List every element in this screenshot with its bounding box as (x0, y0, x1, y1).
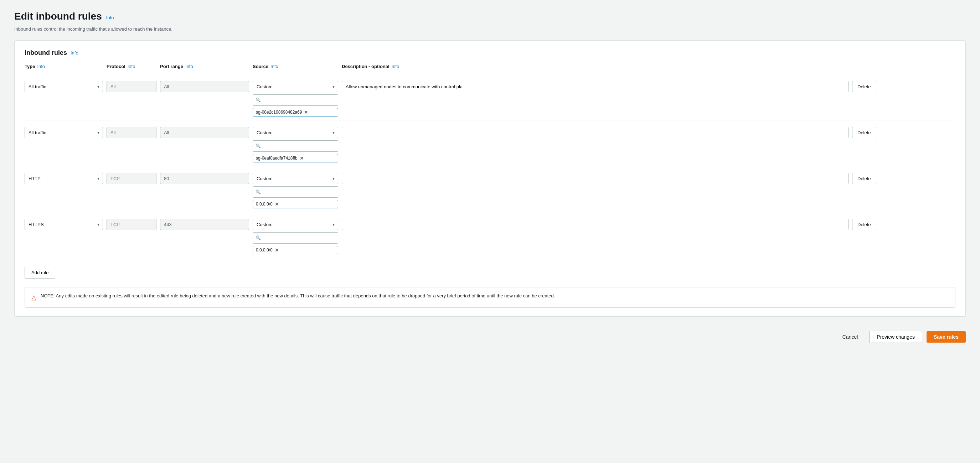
tag-pill-2-0: 0.0.0.0/0 ✕ (253, 200, 338, 208)
desc-info-link[interactable]: Info (391, 64, 399, 69)
port-range-cell-0: All (160, 81, 249, 92)
description-cell-3 (342, 219, 848, 230)
protocol-field-0: All (107, 81, 156, 92)
source-select-2[interactable]: CustomAnywhere-IPv4Anywhere-IPv6My IP (253, 173, 338, 184)
source-select-0[interactable]: CustomAnywhere-IPv4Anywhere-IPv6My IP (253, 81, 338, 92)
protocol-field-2: TCP (107, 173, 156, 184)
type-cell-1: All trafficAll TCPAll UDPAll ICMPCustom … (25, 127, 103, 138)
search-input-2[interactable] (253, 186, 338, 198)
warning-icon: △ (31, 293, 37, 302)
type-select-wrapper-0: All trafficAll TCPAll UDPAll ICMPCustom … (25, 81, 103, 92)
type-select-3[interactable]: All trafficAll TCPAll UDPAll ICMPCustom … (25, 219, 103, 230)
description-input-2[interactable] (342, 173, 848, 184)
source-cell-2: CustomAnywhere-IPv4Anywhere-IPv6My IP ▼ … (253, 173, 338, 208)
save-rules-button[interactable]: Save rules (926, 331, 966, 342)
type-cell-3: All trafficAll TCPAll UDPAll ICMPCustom … (25, 219, 103, 230)
tag-label-3-0: 0.0.0.0/0 (256, 247, 273, 252)
search-input-0[interactable] (253, 94, 338, 106)
search-input-3[interactable] (253, 232, 338, 244)
description-cell-0 (342, 81, 848, 92)
delete-cell-0: Delete (852, 81, 916, 92)
search-wrapper-3: 🔍 (253, 232, 338, 244)
rule-row-2: All trafficAll TCPAll UDPAll ICMPCustom … (25, 169, 955, 212)
port-range-cell-1: All (160, 127, 249, 138)
page-title: Edit inbound rules (14, 11, 102, 22)
port-range-cell-2: 80 (160, 173, 249, 184)
note-text: NOTE: Any edits made on existing rules w… (41, 292, 555, 300)
type-info-link[interactable]: Info (37, 64, 45, 69)
rule-row-0: All trafficAll TCPAll UDPAll ICMPCustom … (25, 77, 955, 121)
description-input-0[interactable] (342, 81, 848, 92)
port-range-info-link[interactable]: Info (185, 64, 193, 69)
source-cell-3: CustomAnywhere-IPv4Anywhere-IPv6My IP ▼ … (253, 219, 338, 254)
preview-changes-button[interactable]: Preview changes (869, 331, 922, 343)
protocol-cell-1: All (107, 127, 156, 138)
description-cell-1 (342, 127, 848, 138)
description-input-1[interactable] (342, 127, 848, 138)
tag-pill-3-0: 0.0.0.0/0 ✕ (253, 246, 338, 254)
delete-cell-1: Delete (852, 127, 916, 138)
rules-container: All trafficAll TCPAll UDPAll ICMPCustom … (25, 77, 955, 258)
source-select-1[interactable]: CustomAnywhere-IPv4Anywhere-IPv6My IP (253, 127, 338, 138)
source-select-wrapper-2: CustomAnywhere-IPv4Anywhere-IPv6My IP ▼ (253, 173, 338, 184)
protocol-cell-3: TCP (107, 219, 156, 230)
delete-cell-3: Delete (852, 219, 916, 230)
tag-label-2-0: 0.0.0.0/0 (256, 201, 273, 206)
panel-title: Inbound rules Info (25, 49, 955, 57)
inbound-rules-panel: Inbound rules Info Type Info Protocol In… (14, 40, 966, 317)
source-cell-0: CustomAnywhere-IPv4Anywhere-IPv6My IP ▼ … (253, 81, 338, 116)
type-select-1[interactable]: All trafficAll TCPAll UDPAll ICMPCustom … (25, 127, 103, 138)
port-range-field-1: All (160, 127, 249, 138)
type-select-wrapper-3: All trafficAll TCPAll UDPAll ICMPCustom … (25, 219, 103, 230)
tag-remove-3-0[interactable]: ✕ (275, 248, 279, 252)
delete-button-1[interactable]: Delete (852, 127, 876, 138)
col-header-port-range: Port range Info (160, 64, 249, 69)
note-box: △ NOTE: Any edits made on existing rules… (25, 287, 955, 308)
col-header-type: Type Info (25, 64, 103, 69)
delete-button-0[interactable]: Delete (852, 81, 876, 92)
type-select-wrapper-1: All trafficAll TCPAll UDPAll ICMPCustom … (25, 127, 103, 138)
col-header-source: Source Info (253, 64, 338, 69)
add-rule-button[interactable]: Add rule (25, 267, 55, 279)
page-info-link[interactable]: Info (106, 15, 114, 20)
port-range-field-2: 80 (160, 173, 249, 184)
type-select-0[interactable]: All trafficAll TCPAll UDPAll ICMPCustom … (25, 81, 103, 92)
col-header-protocol: Protocol Info (107, 64, 156, 69)
search-wrapper-1: 🔍 (253, 140, 338, 152)
panel-info-link[interactable]: Info (70, 50, 78, 55)
delete-button-2[interactable]: Delete (852, 173, 876, 184)
protocol-cell-0: All (107, 81, 156, 92)
source-select-wrapper-1: CustomAnywhere-IPv4Anywhere-IPv6My IP ▼ (253, 127, 338, 138)
description-cell-2 (342, 173, 848, 184)
source-select-wrapper-3: CustomAnywhere-IPv4Anywhere-IPv6My IP ▼ (253, 219, 338, 230)
source-info-link[interactable]: Info (270, 64, 278, 69)
search-icon-2: 🔍 (256, 189, 261, 195)
search-input-1[interactable] (253, 140, 338, 152)
port-range-field-0: All (160, 81, 249, 92)
type-select-2[interactable]: All trafficAll TCPAll UDPAll ICMPCustom … (25, 173, 103, 184)
port-range-cell-3: 443 (160, 219, 249, 230)
tag-remove-1-0[interactable]: ✕ (300, 156, 304, 161)
page-subtitle: Inbound rules control the incoming traff… (14, 26, 966, 32)
cancel-button[interactable]: Cancel (835, 331, 865, 342)
table-header: Type Info Protocol Info Port range Info … (25, 64, 955, 73)
protocol-cell-2: TCP (107, 173, 156, 184)
type-cell-0: All trafficAll TCPAll UDPAll ICMPCustom … (25, 81, 103, 92)
search-icon-1: 🔍 (256, 144, 261, 149)
footer-bar: Cancel Preview changes Save rules (14, 324, 966, 350)
col-header-description: Description - optional Info (342, 64, 848, 69)
port-range-field-3: 443 (160, 219, 249, 230)
tag-remove-0-0[interactable]: ✕ (304, 110, 308, 115)
source-select-wrapper-0: CustomAnywhere-IPv4Anywhere-IPv6My IP ▼ (253, 81, 338, 92)
tag-pill-1-0: sg-0eaf0aedfa7418ffb ✕ (253, 154, 338, 162)
description-input-3[interactable] (342, 219, 848, 230)
type-select-wrapper-2: All trafficAll TCPAll UDPAll ICMPCustom … (25, 173, 103, 184)
rule-row-1: All trafficAll TCPAll UDPAll ICMPCustom … (25, 123, 955, 166)
source-select-3[interactable]: CustomAnywhere-IPv4Anywhere-IPv6My IP (253, 219, 338, 230)
tag-label-1-0: sg-0eaf0aedfa7418ffb (256, 155, 298, 161)
delete-button-3[interactable]: Delete (852, 219, 876, 230)
protocol-info-link[interactable]: Info (127, 64, 135, 69)
tag-label-0-0: sg-08e2c108698482a69 (256, 110, 302, 115)
search-icon-0: 🔍 (256, 98, 261, 103)
tag-remove-2-0[interactable]: ✕ (275, 202, 279, 206)
